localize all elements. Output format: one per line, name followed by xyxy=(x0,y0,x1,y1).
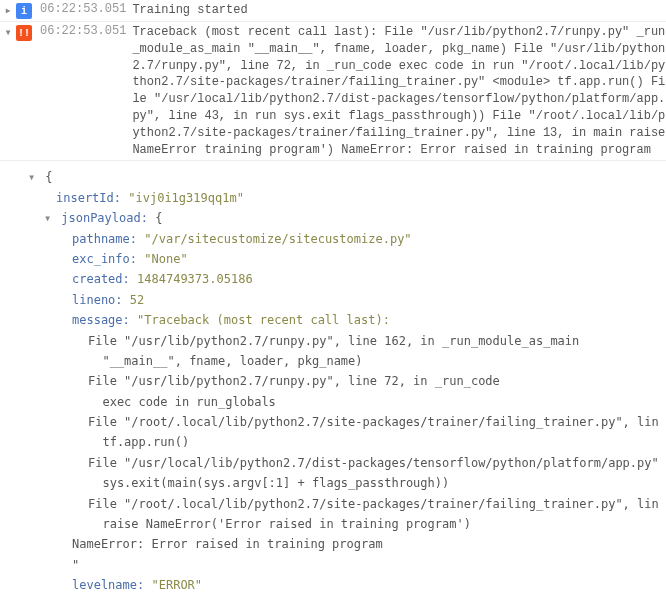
caret-down-icon[interactable]: ▾ xyxy=(28,167,38,187)
traceback-line: " xyxy=(40,555,666,575)
log-message: Traceback (most recent call last): File … xyxy=(132,24,666,158)
log-row[interactable]: ▸ i 06:22:53.051 Training started xyxy=(0,0,666,22)
log-row[interactable]: ▾ !! 06:22:53.051 Traceback (most recent… xyxy=(0,22,666,161)
traceback-line: raise NameError('Error raised in trainin… xyxy=(40,514,666,534)
json-field-levelname[interactable]: levelname: "ERROR" xyxy=(40,575,666,593)
expand-toggle[interactable]: ▾ xyxy=(0,24,16,40)
json-brace: ▾ { xyxy=(40,167,666,187)
traceback-line: NameError: Error raised in training prog… xyxy=(40,534,666,554)
log-message: Training started xyxy=(132,2,666,19)
json-field-jsonpayload[interactable]: ▾ jsonPayload: { xyxy=(40,208,666,228)
json-field-message[interactable]: message: "Traceback (most recent call la… xyxy=(40,310,666,330)
json-field-insertid[interactable]: insertId: "ivj0i1g319qq1m" xyxy=(40,188,666,208)
log-timestamp: 06:22:53.051 xyxy=(40,2,132,16)
traceback-line: "__main__", fname, loader, pkg_name) xyxy=(40,351,666,371)
json-field-pathname[interactable]: pathname: "/var/sitecustomize/sitecustom… xyxy=(40,229,666,249)
expand-toggle[interactable]: ▸ xyxy=(0,2,16,18)
traceback-line: exec code in run_globals xyxy=(40,392,666,412)
log-timestamp: 06:22:53.051 xyxy=(40,24,132,38)
traceback-line: File "/usr/lib/python2.7/runpy.py", line… xyxy=(40,331,666,351)
caret-down-icon[interactable]: ▾ xyxy=(44,208,54,228)
json-field-lineno[interactable]: lineno: 52 xyxy=(40,290,666,310)
log-detail: ▾ { insertId: "ivj0i1g319qq1m" ▾ jsonPay… xyxy=(0,161,666,593)
traceback-line: File "/root/.local/lib/python2.7/site-pa… xyxy=(40,494,666,514)
traceback-line: File "/root/.local/lib/python2.7/site-pa… xyxy=(40,412,666,432)
traceback-line: File "/usr/local/lib/python2.7/dist-pack… xyxy=(40,453,666,473)
json-field-excinfo[interactable]: exc_info: "None" xyxy=(40,249,666,269)
traceback-line: File "/usr/lib/python2.7/runpy.py", line… xyxy=(40,371,666,391)
info-icon: i xyxy=(16,3,32,19)
traceback-line: sys.exit(main(sys.argv[:1] + flags_passt… xyxy=(40,473,666,493)
error-icon: !! xyxy=(16,25,32,41)
traceback-line: tf.app.run() xyxy=(40,432,666,452)
json-field-created[interactable]: created: 1484749373.05186 xyxy=(40,269,666,289)
